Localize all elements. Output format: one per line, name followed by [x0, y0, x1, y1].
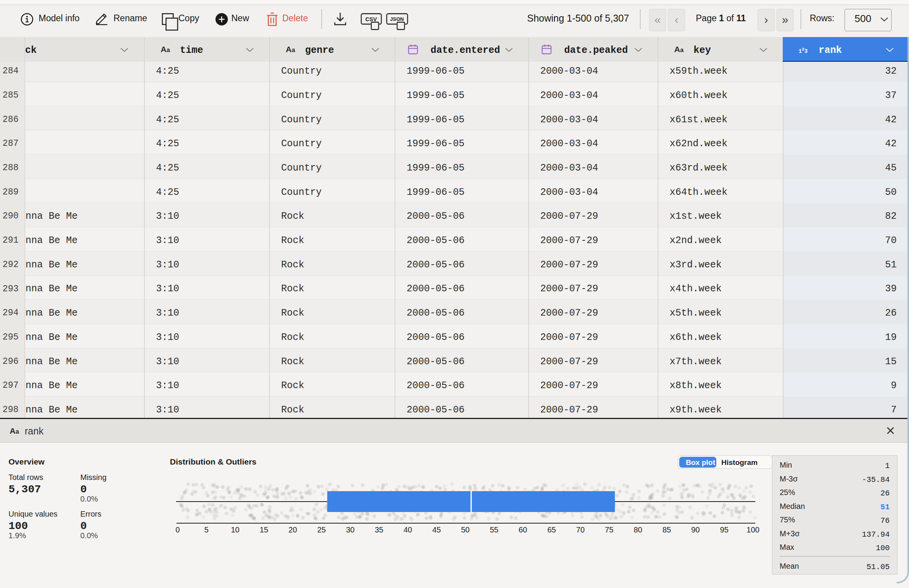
svg-text:0: 0 [175, 525, 180, 534]
svg-text:25: 25 [317, 525, 326, 534]
svg-text:80: 80 [634, 525, 642, 534]
svg-text:65: 65 [547, 525, 556, 534]
svg-text:100: 100 [746, 525, 759, 534]
svg-text:75: 75 [605, 525, 613, 534]
svg-text:60: 60 [519, 525, 527, 534]
svg-text:45: 45 [432, 525, 441, 534]
svg-text:50: 50 [461, 525, 470, 534]
svg-text:JSON: JSON [390, 16, 404, 22]
svg-text:90: 90 [691, 525, 700, 534]
svg-text:35: 35 [375, 525, 383, 534]
svg-text:70: 70 [576, 525, 585, 534]
svg-text:85: 85 [662, 525, 671, 534]
svg-text:30: 30 [346, 525, 354, 534]
svg-text:40: 40 [404, 525, 412, 534]
svg-text:10: 10 [231, 525, 239, 534]
svg-text:CSV: CSV [365, 16, 377, 22]
svg-text:5: 5 [204, 525, 209, 534]
svg-text:15: 15 [259, 525, 268, 534]
svg-text:55: 55 [490, 525, 498, 534]
svg-text:95: 95 [720, 525, 728, 534]
svg-text:20: 20 [288, 525, 297, 534]
